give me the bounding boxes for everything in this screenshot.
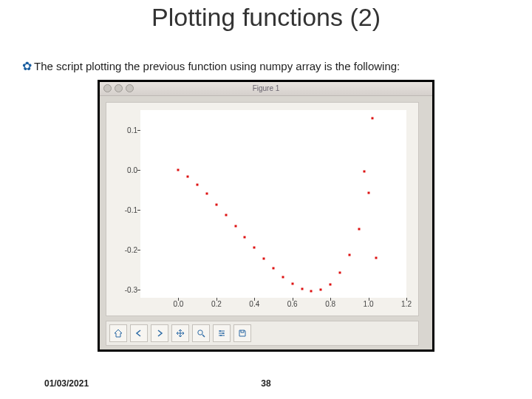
x-tick-mark <box>254 298 255 301</box>
forward-button[interactable] <box>151 324 168 342</box>
data-point <box>310 290 313 292</box>
y-tick-label: -0.3 <box>118 286 137 294</box>
y-tick-mark <box>137 130 140 131</box>
svg-line-1 <box>202 335 205 337</box>
save-button[interactable] <box>233 324 251 342</box>
data-point <box>375 256 377 259</box>
window-title-text: Figure 1 <box>253 84 280 92</box>
data-point <box>330 283 332 285</box>
data-point <box>358 228 360 231</box>
data-point <box>348 254 350 256</box>
data-point <box>215 203 217 205</box>
data-point <box>367 192 369 194</box>
data-point <box>301 288 303 290</box>
x-tick-label: 1.2 <box>401 300 412 308</box>
zoom-icon <box>126 84 134 92</box>
data-point <box>234 225 236 227</box>
home-button[interactable] <box>109 324 127 342</box>
bullet-icon: ✿ <box>22 59 34 74</box>
svg-point-3 <box>222 332 224 334</box>
y-tick-mark <box>137 250 140 250</box>
y-tick-mark <box>137 210 140 211</box>
y-tick-label: -0.2 <box>118 246 137 254</box>
x-tick-mark <box>293 298 293 301</box>
x-tick-label: 0.2 <box>211 300 222 308</box>
pan-button[interactable] <box>171 324 189 342</box>
data-point <box>273 267 275 270</box>
x-tick-label: 0.0 <box>173 300 183 308</box>
data-point <box>187 176 189 178</box>
svg-point-0 <box>198 330 202 335</box>
home-icon <box>114 329 123 338</box>
arrow-left-icon <box>134 329 143 338</box>
y-tick-label: 0.1 <box>118 126 137 134</box>
axes: -0.3-0.2-0.10.00.10.00.20.40.60.81.01.2 <box>140 110 406 298</box>
data-point <box>371 117 373 119</box>
data-point <box>263 258 265 260</box>
y-tick-label: 0.0 <box>118 166 137 174</box>
data-point <box>206 193 208 195</box>
svg-point-4 <box>220 335 222 336</box>
window-titlebar: Figure 1 <box>100 82 432 96</box>
footer-page-number: 38 <box>0 378 532 389</box>
x-tick-label: 1.0 <box>364 300 374 308</box>
data-point <box>339 272 341 274</box>
data-point <box>244 236 246 238</box>
minimize-icon <box>115 84 123 92</box>
x-tick-mark <box>216 298 217 301</box>
matplotlib-toolbar <box>106 321 419 346</box>
slide: Plotting functions (2) ✿ The script plot… <box>0 0 532 399</box>
x-tick-label: 0.6 <box>287 300 298 308</box>
svg-point-2 <box>219 330 221 332</box>
data-point <box>364 171 366 173</box>
data-point <box>177 169 180 171</box>
x-tick-mark <box>178 298 179 301</box>
arrow-right-icon <box>155 329 164 338</box>
data-point <box>291 283 293 285</box>
close-icon <box>103 84 112 92</box>
configure-button[interactable] <box>213 324 231 342</box>
data-point <box>253 247 256 249</box>
zoom-rect-button[interactable] <box>192 324 210 342</box>
data-point <box>197 184 199 186</box>
x-tick-mark <box>369 298 369 301</box>
x-tick-mark <box>406 298 407 301</box>
data-point <box>282 276 284 278</box>
back-button[interactable] <box>130 324 148 342</box>
bullet-text: The script plotting the previous functio… <box>34 59 510 74</box>
page-title: Plotting functions (2) <box>0 3 532 32</box>
plot-canvas: -0.3-0.2-0.10.00.10.00.20.40.60.81.01.2 <box>106 102 419 316</box>
data-point <box>320 289 322 291</box>
x-tick-mark <box>330 298 331 301</box>
figure-screenshot: Figure 1 -0.3-0.2-0.10.00.10.00.20.40.60… <box>98 80 434 352</box>
bullet-item: ✿ The script plotting the previous funct… <box>22 59 510 74</box>
window-controls <box>103 84 134 92</box>
data-point <box>225 214 227 216</box>
y-tick-mark <box>137 170 140 171</box>
x-tick-label: 0.8 <box>325 300 335 308</box>
move-icon <box>176 329 185 338</box>
y-tick-label: -0.1 <box>118 206 137 214</box>
zoom-rect-icon <box>197 329 205 338</box>
x-tick-label: 0.4 <box>249 300 259 308</box>
y-tick-mark <box>137 290 140 290</box>
sliders-icon <box>217 329 226 338</box>
save-icon <box>238 329 247 338</box>
